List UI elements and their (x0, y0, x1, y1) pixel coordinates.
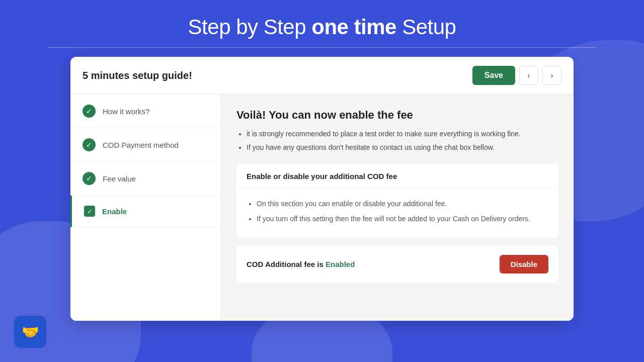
sidebar-item-how-it-works[interactable]: ✓ How it works? (70, 95, 221, 128)
sidebar-item-label: Fee value (103, 174, 136, 183)
sidebar-item-label: COD Payment method (103, 141, 179, 149)
enable-disable-section: Enable or disable your additional COD fe… (236, 164, 558, 238)
header-actions: Save ‹ › (472, 66, 561, 85)
fee-status-prefix: COD Additional fee is (247, 260, 326, 268)
sidebar-item-cod-payment[interactable]: ✓ COD Payment method (70, 128, 221, 162)
card-title: 5 minutes setup guide! (83, 70, 192, 81)
check-circle-icon: ✓ (83, 172, 96, 185)
section-bullet-list: On this section you can enable or disabl… (247, 198, 548, 225)
page-header: Step by Step one time Setup (0, 0, 644, 57)
section-bullet-2: If you turn off this setting then the fe… (257, 213, 548, 224)
app-icon-emoji: 🤝 (22, 324, 39, 340)
next-button[interactable]: › (542, 66, 561, 85)
content-title: Voilà! You can now enable the fee (236, 109, 558, 122)
intro-bullet-1: it is strongly recommended to place a te… (247, 129, 558, 139)
app-icon: 🤝 (14, 316, 46, 348)
section-box-header: Enable or disable your additional COD fe… (236, 164, 558, 189)
page-title: Step by Step one time Setup (0, 15, 644, 39)
main-card: 5 minutes setup guide! Save ‹ › ✓ How it… (70, 57, 574, 321)
header-divider (48, 47, 596, 48)
fee-status-text: COD Additional fee is Enabled (247, 260, 355, 268)
sidebar: ✓ How it works? ✓ COD Payment method ✓ F… (70, 95, 221, 321)
fee-status-row: COD Additional fee is Enabled Disable (236, 246, 558, 283)
sidebar-item-fee-value[interactable]: ✓ Fee value (70, 162, 221, 196)
chevron-left-icon: ‹ (527, 71, 530, 80)
sidebar-item-label: How it works? (103, 107, 149, 116)
card-body: ✓ How it works? ✓ COD Payment method ✓ F… (70, 95, 574, 321)
sidebar-item-label: Enable (102, 207, 127, 216)
chevron-right-icon: › (550, 71, 553, 80)
sidebar-item-enable[interactable]: ✓ Enable (70, 196, 221, 227)
check-square-icon: ✓ (84, 206, 95, 217)
intro-bullet-2: If you have any questions don't hesitate… (247, 142, 558, 153)
intro-bullet-list: it is strongly recommended to place a te… (236, 129, 558, 153)
disable-button[interactable]: Disable (500, 255, 548, 274)
section-box-body: On this section you can enable or disabl… (236, 189, 558, 238)
fee-status-value: Enabled (326, 260, 355, 268)
content-area: Voilà! You can now enable the fee it is … (221, 95, 574, 321)
check-circle-icon: ✓ (83, 138, 96, 151)
check-circle-icon: ✓ (83, 105, 96, 118)
prev-button[interactable]: ‹ (519, 66, 538, 85)
section-bullet-1: On this section you can enable or disabl… (257, 198, 548, 209)
save-button[interactable]: Save (472, 66, 515, 85)
card-header: 5 minutes setup guide! Save ‹ › (70, 57, 574, 95)
